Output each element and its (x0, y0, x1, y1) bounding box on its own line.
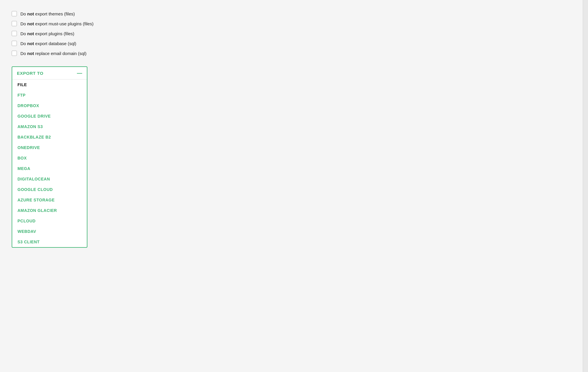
checkbox-cb2[interactable] (12, 21, 17, 26)
checkbox-item: Do not export database (sql) (12, 38, 571, 48)
checkbox-item: Do not export themes (files) (12, 9, 571, 19)
scrollbar[interactable] (583, 0, 588, 372)
export-to-list: FILEFTPDROPBOXGOOGLE DRIVEAMAZON S3BACKB… (12, 79, 87, 247)
export-to-panel: EXPORT TO — FILEFTPDROPBOXGOOGLE DRIVEAM… (12, 66, 87, 248)
checkbox-item: Do not export plugins (files) (12, 29, 571, 38)
checkbox-cb1[interactable] (12, 11, 17, 16)
export-to-title: EXPORT TO (17, 71, 43, 76)
export-option-google-drive[interactable]: GOOGLE DRIVE (12, 111, 87, 121)
export-option-dropbox[interactable]: DROPBOX (12, 100, 87, 111)
export-option-google-cloud[interactable]: GOOGLE CLOUD (12, 184, 87, 195)
export-option-onedrive[interactable]: ONEDRIVE (12, 142, 87, 153)
checkbox-cb3[interactable] (12, 31, 17, 36)
main-content: Do not export themes (files)Do not expor… (0, 0, 583, 372)
checkbox-label[interactable]: Do not export themes (files) (20, 11, 75, 16)
export-option-digitalocean[interactable]: DIGITALOCEAN (12, 174, 87, 184)
checkbox-group: Do not export themes (files)Do not expor… (12, 9, 571, 58)
checkbox-cb5[interactable] (12, 51, 17, 56)
export-option-azure-storage[interactable]: AZURE STORAGE (12, 195, 87, 205)
export-option-file[interactable]: FILE (12, 79, 87, 90)
export-option-pcloud[interactable]: PCLOUD (12, 216, 87, 226)
export-option-s3-client[interactable]: S3 CLIENT (12, 237, 87, 247)
checkbox-cb4[interactable] (12, 41, 17, 46)
export-option-mega[interactable]: MEGA (12, 163, 87, 174)
export-option-amazon-s3[interactable]: AMAZON S3 (12, 121, 87, 132)
checkbox-item: Do not replace email domain (sql) (12, 48, 571, 58)
checkbox-label[interactable]: Do not replace email domain (sql) (20, 51, 87, 56)
export-option-box[interactable]: BOX (12, 153, 87, 163)
checkbox-label[interactable]: Do not export plugins (files) (20, 31, 74, 36)
checkbox-item: Do not export must-use plugins (files) (12, 19, 571, 29)
export-to-header: EXPORT TO — (12, 67, 87, 79)
checkbox-label[interactable]: Do not export database (sql) (20, 41, 76, 46)
checkbox-label[interactable]: Do not export must-use plugins (files) (20, 21, 94, 26)
export-option-ftp[interactable]: FTP (12, 90, 87, 100)
export-option-amazon-glacier[interactable]: AMAZON GLACIER (12, 205, 87, 216)
page-container: Do not export themes (files)Do not expor… (0, 0, 588, 372)
export-option-backblaze-b2[interactable]: BACKBLAZE B2 (12, 132, 87, 142)
export-option-webdav[interactable]: WEBDAV (12, 226, 87, 237)
collapse-icon[interactable]: — (77, 70, 82, 76)
